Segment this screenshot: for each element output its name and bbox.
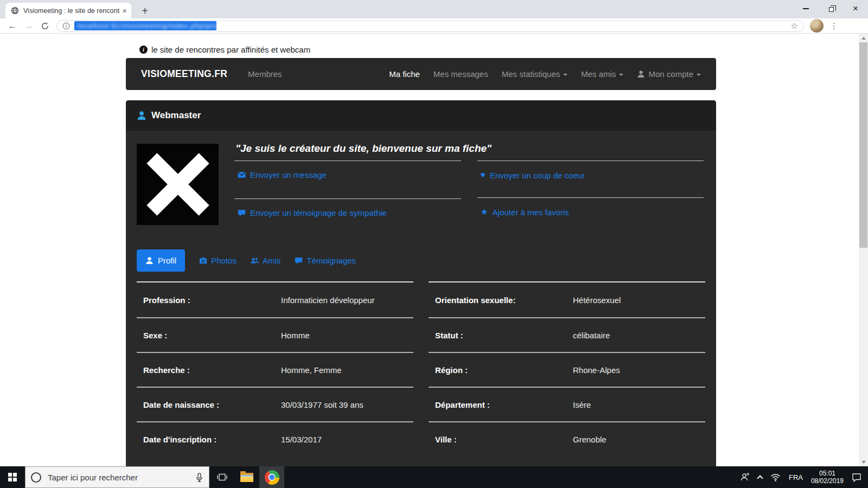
globe-favicon-icon bbox=[11, 7, 19, 15]
nav-item-mes-statistiques[interactable]: Mes statistiques bbox=[502, 69, 568, 79]
address-bar[interactable]: localhost:81/visiomeeting/index.php/prof… bbox=[56, 20, 804, 32]
taskbar-search-box[interactable]: Taper ici pour rechercher bbox=[25, 466, 209, 488]
search-placeholder: Taper ici pour rechercher bbox=[48, 473, 138, 482]
table-row: Région : Rhone-Alpes bbox=[429, 352, 705, 387]
nav-item-mes-amis[interactable]: Mes amis bbox=[581, 69, 623, 79]
table-row: Recherche : Homme, Femme bbox=[137, 352, 413, 387]
page-info-icon[interactable] bbox=[62, 22, 70, 30]
profile-details-table-right: Orientation sexuelle: Hétérosexuel Statu… bbox=[429, 281, 705, 456]
user-icon bbox=[145, 256, 154, 265]
language-indicator[interactable]: FRA bbox=[789, 473, 803, 481]
site-navbar: VISIOMEETING.FR Membres Ma fiche Mes mes… bbox=[126, 58, 716, 90]
start-button[interactable] bbox=[0, 466, 25, 488]
back-button[interactable]: ← bbox=[4, 21, 21, 31]
action-center-icon[interactable] bbox=[852, 473, 861, 482]
table-row: Ville : Grenoble bbox=[429, 421, 705, 456]
clock-date: 08/02/2019 bbox=[811, 477, 844, 485]
nav-item-membres[interactable]: Membres bbox=[248, 69, 282, 79]
profile-username: Webmaster bbox=[151, 110, 201, 121]
user-icon bbox=[637, 70, 645, 78]
tab-photos[interactable]: Photos bbox=[199, 256, 237, 265]
task-view-icon bbox=[217, 473, 227, 481]
profile-quote: "Je suis le créateur du site, bienvenue … bbox=[234, 143, 704, 155]
task-view-button[interactable] bbox=[209, 466, 234, 488]
url-selected-text[interactable]: localhost:81/visiomeeting/index.php/prof… bbox=[74, 21, 216, 30]
nav-item-mon-compte[interactable]: Mon compte bbox=[637, 69, 701, 79]
site-tagline: i le site de rencontres par affinités et… bbox=[139, 45, 310, 54]
comment-icon bbox=[238, 209, 246, 217]
wifi-icon[interactable] bbox=[770, 473, 781, 481]
bookmark-star-icon[interactable]: ☆ bbox=[791, 21, 798, 31]
profile-card-body: "Je suis le créateur du site, bienvenue … bbox=[126, 131, 716, 466]
tab-close-icon[interactable]: × bbox=[122, 7, 127, 15]
heart-icon: ♥ bbox=[481, 171, 486, 179]
chrome-icon bbox=[265, 470, 279, 485]
tab-profil[interactable]: Profil bbox=[137, 249, 185, 272]
table-row: Profession : Informaticien développeur bbox=[137, 282, 413, 317]
info-icon: i bbox=[139, 46, 148, 54]
camera-icon bbox=[199, 256, 207, 265]
add-favorite-link[interactable]: ★ Ajouter à mes favoris bbox=[481, 208, 569, 217]
forward-button: → bbox=[21, 21, 37, 31]
window-restore-button[interactable] bbox=[818, 0, 843, 17]
profile-card-header: Webmaster bbox=[126, 100, 716, 131]
nav-item-ma-fiche[interactable]: Ma fiche bbox=[389, 69, 420, 79]
send-testimonial-link[interactable]: Envoyer un témoignage de sympathie bbox=[238, 208, 387, 217]
send-crush-link[interactable]: ♥ Envoyer un coup de coeur bbox=[481, 171, 585, 180]
caret-down-icon bbox=[697, 74, 701, 76]
profile-tabs: Profil Photos bbox=[137, 249, 356, 272]
cortana-icon bbox=[31, 472, 41, 483]
action-row: Envoyer un témoignage de sympathie bbox=[234, 198, 461, 236]
brand-logo[interactable]: VISIOMEETING.FR bbox=[141, 68, 227, 80]
table-row: Sexe : Homme bbox=[137, 317, 413, 352]
new-tab-button[interactable]: + bbox=[138, 4, 152, 18]
clock-time: 05:01 bbox=[811, 470, 844, 477]
microphone-icon[interactable] bbox=[195, 473, 203, 482]
folder-icon bbox=[240, 473, 253, 482]
scroll-down-arrow[interactable] bbox=[859, 458, 868, 466]
people-icon[interactable] bbox=[740, 473, 750, 481]
user-icon bbox=[137, 111, 146, 120]
system-tray: FRA 05:01 08/02/2019 bbox=[740, 466, 868, 488]
browser-tab[interactable]: Visiomeeting : le site de rencontr × bbox=[5, 3, 131, 18]
caret-down-icon bbox=[563, 74, 567, 76]
star-icon: ★ bbox=[481, 208, 488, 216]
action-row: Envoyer un message bbox=[234, 160, 461, 198]
table-row: Orientation sexuelle: Hétérosexuel bbox=[429, 282, 705, 317]
hidden-icons-chevron[interactable] bbox=[757, 475, 763, 481]
screen: Visiomeeting : le site de rencontr × + ×… bbox=[0, 0, 868, 488]
page-viewport: i le site de rencontres par affinités et… bbox=[0, 34, 859, 466]
minimize-icon bbox=[803, 8, 809, 9]
browser-profile-avatar[interactable] bbox=[810, 19, 824, 33]
window-close-button[interactable]: × bbox=[843, 0, 868, 17]
windows-taskbar: Taper ici pour rechercher bbox=[0, 466, 868, 488]
restore-icon bbox=[829, 7, 834, 12]
tab-title: Visiomeeting : le site de rencontr bbox=[23, 7, 120, 15]
action-row: ♥ Envoyer un coup de coeur bbox=[477, 160, 704, 197]
page-scrollbar[interactable] bbox=[859, 34, 868, 466]
taskbar-clock[interactable]: 05:01 08/02/2019 bbox=[811, 470, 844, 485]
users-icon bbox=[251, 256, 259, 265]
caret-down-icon bbox=[619, 74, 623, 76]
browser-tab-strip: Visiomeeting : le site de rencontr × + × bbox=[0, 0, 868, 18]
comment-icon bbox=[295, 256, 303, 265]
send-message-link[interactable]: Envoyer un message bbox=[238, 170, 327, 179]
envelope-icon bbox=[238, 171, 246, 179]
profile-actions: Envoyer un message Envoyer un témoignage… bbox=[234, 160, 704, 236]
windows-logo-icon bbox=[8, 473, 17, 482]
file-explorer-button[interactable] bbox=[234, 466, 259, 488]
browser-toolbar: ← → localhost:81/visiomeeting/index.php/… bbox=[0, 18, 868, 34]
window-minimize-button[interactable] bbox=[793, 0, 818, 17]
profile-picture[interactable] bbox=[137, 144, 219, 225]
tab-amis[interactable]: Amis bbox=[251, 256, 280, 265]
table-row: Date d'inscription : 15/03/2017 bbox=[137, 421, 413, 456]
nav-item-mes-messages[interactable]: Mes messages bbox=[433, 69, 488, 79]
scroll-up-arrow[interactable] bbox=[859, 34, 868, 42]
table-row: Date de naissance : 30/03/1977 soit 39 a… bbox=[137, 387, 413, 421]
tab-temoignages[interactable]: Témoignages bbox=[295, 256, 356, 265]
scrollbar-thumb[interactable] bbox=[859, 42, 867, 248]
reload-button[interactable] bbox=[41, 22, 49, 30]
table-row: Statut : célibataire bbox=[429, 317, 705, 352]
browser-menu-icon[interactable]: ⋮ bbox=[830, 21, 838, 31]
chrome-taskbar-button[interactable] bbox=[259, 466, 284, 488]
